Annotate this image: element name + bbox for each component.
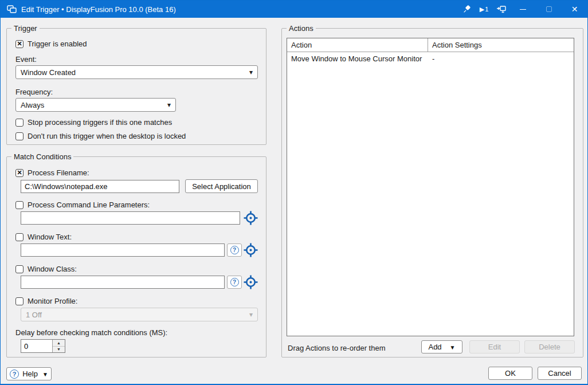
checkbox-label: Window Text:	[28, 233, 72, 241]
checkbox-label: Don't run this trigger when the desktop …	[28, 132, 186, 140]
edit-label: Edit	[488, 343, 501, 351]
ok-label: OK	[505, 369, 516, 378]
window-title: Edit Trigger • DisplayFusion Pro 10.0 (B…	[21, 5, 176, 14]
checkbox-label: Monitor Profile:	[28, 297, 77, 305]
spin-up-icon[interactable]: ▲	[53, 340, 65, 347]
trigger-enabled-checkbox[interactable]: Trigger is enabled	[15, 40, 87, 48]
action-settings-cell: -	[428, 52, 438, 65]
cancel-label: Cancel	[548, 369, 571, 378]
select-application-button[interactable]: Select Application	[185, 179, 258, 193]
column-header-action-settings[interactable]: Action Settings	[428, 38, 574, 52]
actions-group: Actions Action Action Settings Move Wind…	[281, 28, 583, 358]
minimize-button[interactable]	[510, 1, 536, 18]
monitor-profile-checkbox[interactable]: Monitor Profile:	[15, 297, 77, 305]
event-label: Event:	[15, 55, 37, 64]
match-group-title: Match Conditions	[11, 152, 73, 161]
checkbox-box[interactable]	[15, 132, 23, 140]
help-label: Help	[22, 370, 38, 378]
delete-label: Delete	[539, 343, 560, 351]
frequency-label: Frequency:	[15, 88, 53, 96]
checkbox-box[interactable]	[15, 297, 23, 305]
match-conditions-group: Match Conditions Process Filename: Selec…	[6, 156, 266, 358]
actions-table[interactable]: Action Action Settings Move Window to Mo…	[287, 38, 574, 336]
delete-action-button[interactable]: Delete	[524, 340, 575, 353]
window-class-input[interactable]	[21, 276, 225, 289]
delay-spinner[interactable]: ▲ ▼	[21, 339, 65, 353]
checkbox-box[interactable]	[15, 40, 23, 48]
help-button[interactable]: ? Help ▼	[6, 367, 52, 380]
checkbox-box[interactable]	[15, 233, 23, 241]
checkbox-label: Trigger is enabled	[28, 40, 87, 48]
checkbox-box[interactable]	[15, 169, 23, 177]
question-icon: ?	[230, 278, 239, 286]
window-text-checkbox[interactable]: Window Text:	[15, 233, 72, 241]
question-icon: ?	[10, 370, 19, 379]
spin-down-icon[interactable]: ▼	[53, 347, 65, 353]
trigger-group-title: Trigger	[11, 24, 40, 33]
add-label: Add	[428, 343, 441, 351]
column-header-action[interactable]: Action	[287, 38, 428, 52]
actions-table-header: Action Action Settings	[287, 38, 574, 52]
window-text-target-picker-icon[interactable]	[243, 242, 258, 258]
question-icon: ?	[230, 246, 239, 254]
pin-window-icon[interactable]	[458, 1, 476, 18]
actions-group-title: Actions	[287, 24, 316, 33]
window-text-input[interactable]	[21, 243, 225, 257]
checkbox-label: Window Class:	[28, 265, 77, 273]
edit-trigger-dialog: Edit Trigger • DisplayFusion Pro 10.0 (B…	[0, 0, 588, 385]
displayfusion-app-icon	[7, 5, 17, 14]
chevron-down-icon: ▼	[42, 371, 48, 378]
delay-label: Delay before checking match conditions (…	[15, 328, 167, 337]
table-row[interactable]: Move Window to Mouse Cursor Monitor -	[287, 52, 574, 65]
cancel-button[interactable]: Cancel	[538, 367, 582, 380]
monitor-profile-dropdown: 1 Off	[21, 308, 258, 321]
edit-action-button[interactable]: Edit	[469, 340, 520, 353]
delay-input[interactable]	[21, 340, 52, 352]
action-cell: Move Window to Mouse Cursor Monitor	[287, 52, 428, 65]
event-dropdown[interactable]: Window Created	[15, 65, 258, 79]
event-value: Window Created	[21, 68, 76, 77]
drag-actions-hint: Drag Actions to re-order them	[288, 344, 386, 352]
stop-processing-checkbox[interactable]: Stop processing triggers if this one mat…	[15, 118, 172, 127]
ok-button[interactable]: OK	[488, 367, 532, 380]
cmdline-target-picker-icon[interactable]	[243, 210, 258, 226]
frequency-value: Always	[21, 101, 44, 109]
add-action-button[interactable]: Add ▼	[421, 340, 462, 353]
window-class-help-button[interactable]: ?	[227, 276, 242, 289]
checkbox-label: Stop processing triggers if this one mat…	[28, 118, 172, 127]
window-text-help-button[interactable]: ?	[227, 243, 242, 257]
select-application-label: Select Application	[192, 182, 251, 191]
trigger-group: Trigger Trigger is enabled Event: Window…	[6, 28, 266, 145]
dont-run-locked-checkbox[interactable]: Don't run this trigger when the desktop …	[15, 132, 186, 140]
checkbox-label: Process Command Line Parameters:	[28, 201, 150, 209]
frequency-dropdown[interactable]: Always	[15, 98, 176, 112]
close-button[interactable]: ✕	[562, 1, 587, 18]
process-filename-checkbox[interactable]: Process Filename:	[15, 168, 89, 177]
maximize-button[interactable]	[536, 1, 562, 18]
cmdline-input[interactable]	[21, 211, 240, 225]
cmdline-checkbox[interactable]: Process Command Line Parameters:	[15, 201, 150, 209]
window-class-checkbox[interactable]: Window Class:	[15, 265, 77, 273]
checkbox-box[interactable]	[15, 119, 23, 127]
window-class-target-picker-icon[interactable]	[243, 274, 258, 290]
send-to-monitor-icon[interactable]	[493, 1, 510, 18]
monitor-profile-value: 1 Off	[26, 311, 42, 319]
process-filename-input[interactable]	[21, 180, 179, 193]
checkbox-box[interactable]	[15, 265, 23, 273]
checkbox-label: Process Filename:	[28, 168, 89, 177]
move-to-next-monitor-icon[interactable]: ▶1	[476, 1, 493, 18]
chevron-down-icon: ▼	[450, 344, 456, 351]
checkbox-box[interactable]	[15, 201, 23, 209]
title-bar: Edit Trigger • DisplayFusion Pro 10.0 (B…	[1, 1, 587, 18]
